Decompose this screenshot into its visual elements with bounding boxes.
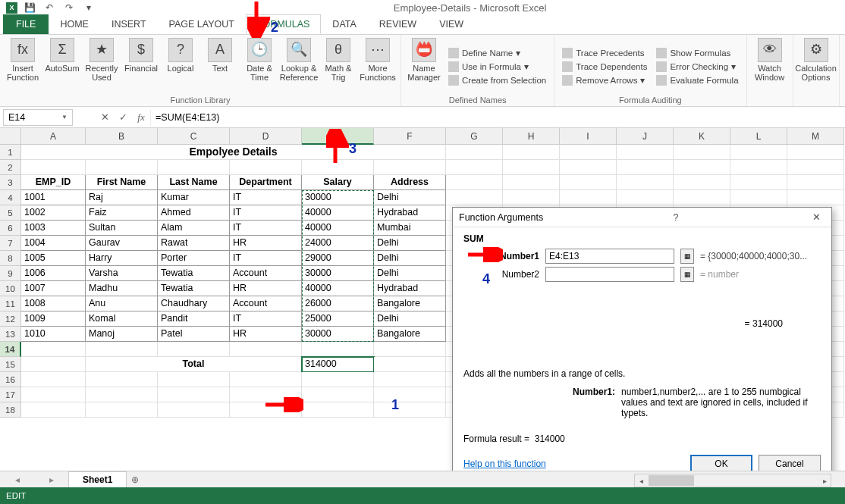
cell[interactable] <box>674 160 730 175</box>
data-cell[interactable]: Tewatia <box>158 281 230 296</box>
title-cell[interactable]: Empolyee Details <box>21 145 446 160</box>
data-cell[interactable]: Sultan <box>86 221 158 236</box>
cell[interactable] <box>730 175 787 190</box>
use-in-formula-button[interactable]: Use in Formula ▾ <box>445 61 549 73</box>
total-value-cell[interactable]: 314000 <box>302 357 374 372</box>
dialog-close-icon[interactable]: ✕ <box>809 211 825 223</box>
data-cell[interactable]: 26000 <box>302 296 374 311</box>
arg2-range-picker-icon[interactable]: ▦ <box>680 267 694 282</box>
watch-window-button[interactable]: 👁Watch Window <box>752 38 788 105</box>
data-cell[interactable]: Delhi <box>374 236 446 251</box>
formula-input[interactable]: =SUM(E4:E13) <box>150 109 845 126</box>
tab-view[interactable]: VIEW <box>428 14 475 34</box>
data-cell[interactable]: 1004 <box>21 236 86 251</box>
select-all-corner[interactable] <box>0 128 21 145</box>
undo-icon[interactable]: ↶ <box>42 1 57 14</box>
cell[interactable] <box>560 190 617 205</box>
cell[interactable] <box>230 387 302 402</box>
name-box[interactable]: E14▼ <box>3 109 73 126</box>
data-cell[interactable]: Faiz <box>86 205 158 221</box>
error-checking-button[interactable]: Error Checking ▾ <box>653 61 741 73</box>
header-cell[interactable]: EMP_ID <box>21 175 86 190</box>
cell[interactable] <box>374 402 446 418</box>
col-header-L[interactable]: L <box>730 128 787 145</box>
data-cell[interactable]: Ahmed <box>158 205 230 221</box>
data-cell[interactable]: 25000 <box>302 311 374 327</box>
col-header-G[interactable]: G <box>446 128 503 145</box>
col-header-M[interactable]: M <box>787 128 844 145</box>
tab-review[interactable]: REVIEW <box>368 14 428 34</box>
row-header-15[interactable]: 15 <box>0 357 21 372</box>
row-header-3[interactable]: 3 <box>0 175 21 190</box>
data-cell[interactable]: Account <box>230 296 302 311</box>
cell[interactable] <box>446 145 503 160</box>
cell[interactable] <box>560 175 617 190</box>
cell[interactable] <box>86 387 158 402</box>
cell[interactable] <box>674 175 730 190</box>
define-name-button[interactable]: Define Name ▾ <box>445 47 549 59</box>
data-cell[interactable]: Patel <box>158 327 230 342</box>
autosum-button[interactable]: ΣAutoSum <box>44 38 80 95</box>
cell[interactable] <box>21 387 86 402</box>
text-button[interactable]: AText <box>202 38 238 95</box>
row-header-1[interactable]: 1 <box>0 145 21 160</box>
total-label-cell[interactable]: Total <box>86 357 302 372</box>
col-header-D[interactable]: D <box>230 128 302 145</box>
cell[interactable] <box>230 160 302 175</box>
data-cell[interactable]: 40000 <box>302 281 374 296</box>
row-header-14[interactable]: 14 <box>0 342 21 357</box>
header-cell[interactable]: Department <box>230 175 302 190</box>
row-header-7[interactable]: 7 <box>0 236 21 251</box>
col-header-F[interactable]: F <box>374 128 446 145</box>
cell[interactable] <box>302 372 374 387</box>
remove-arrows-button[interactable]: Remove Arrows ▾ <box>559 74 650 86</box>
row-header-8[interactable]: 8 <box>0 251 21 266</box>
header-cell[interactable]: Salary <box>302 175 374 190</box>
data-cell[interactable]: 1007 <box>21 281 86 296</box>
cell[interactable] <box>86 160 158 175</box>
row-header-6[interactable]: 6 <box>0 221 21 236</box>
tab-file[interactable]: FILE <box>3 14 49 34</box>
data-cell[interactable]: Rawat <box>158 236 230 251</box>
data-cell[interactable]: 1008 <box>21 296 86 311</box>
col-header-A[interactable]: A <box>21 128 86 145</box>
cell[interactable] <box>86 372 158 387</box>
row-header-2[interactable]: 2 <box>0 160 21 175</box>
row-header-13[interactable]: 13 <box>0 327 21 342</box>
data-cell[interactable]: Delhi <box>374 251 446 266</box>
row-header-11[interactable]: 11 <box>0 296 21 311</box>
dialog-help-icon[interactable]: ? <box>668 212 684 223</box>
name-manager-button[interactable]: 📛Name Manager <box>406 38 442 95</box>
cell[interactable] <box>730 160 787 175</box>
data-cell[interactable]: IT <box>230 205 302 221</box>
cell[interactable] <box>158 160 230 175</box>
evaluate-formula-button[interactable]: Evaluate Formula <box>653 74 741 86</box>
cell[interactable] <box>374 160 446 175</box>
cancel-formula-icon[interactable]: ✕ <box>96 111 114 123</box>
cell[interactable] <box>560 145 617 160</box>
cell[interactable] <box>21 372 86 387</box>
data-cell[interactable]: 40000 <box>302 221 374 236</box>
cell[interactable] <box>158 402 230 418</box>
col-header-H[interactable]: H <box>503 128 560 145</box>
col-header-C[interactable]: C <box>158 128 230 145</box>
cell[interactable] <box>787 145 844 160</box>
cell[interactable] <box>787 175 844 190</box>
cell[interactable] <box>617 175 674 190</box>
sheet-tab-sheet1[interactable]: Sheet1 <box>68 471 127 488</box>
header-cell[interactable]: Address <box>374 175 446 190</box>
cell[interactable] <box>446 190 503 205</box>
row-header-10[interactable]: 10 <box>0 281 21 296</box>
data-cell[interactable]: Anu <box>86 296 158 311</box>
cell[interactable] <box>730 145 787 160</box>
cell[interactable] <box>617 160 674 175</box>
cell[interactable] <box>302 342 374 357</box>
add-sheet-icon[interactable]: ⊕ <box>127 474 143 485</box>
data-cell[interactable]: 1006 <box>21 266 86 281</box>
arg1-input[interactable] <box>545 249 674 264</box>
arg1-range-picker-icon[interactable]: ▦ <box>680 249 694 264</box>
cell[interactable] <box>374 357 446 372</box>
cell[interactable] <box>446 160 503 175</box>
data-cell[interactable]: Komal <box>86 311 158 327</box>
help-on-function-link[interactable]: Help on this function <box>463 459 546 469</box>
